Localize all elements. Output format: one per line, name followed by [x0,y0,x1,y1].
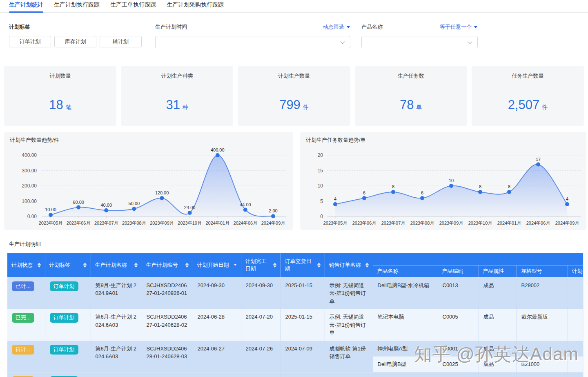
dynamic-filter-link[interactable]: 动态筛选 [323,23,350,31]
plan-detail-title: 生产计划明细 [9,241,588,248]
svg-text:2023年09月: 2023年09月 [150,221,174,225]
svg-text:10: 10 [318,183,323,189]
cell-finish-date: 2024-07-26 [241,341,281,372]
plan-detail-table: 计划状态计划标签生产计划名称生产计划编号计划开始日期计划完工日期订单交货日期销售… [7,253,583,377]
column-header-4[interactable]: 计划开始日期 [193,253,241,277]
cell-product-name: Dell电脑B型 [373,372,438,377]
tab-plan-statistics[interactable]: 生产计划统计 [9,1,43,12]
cell-start-date: 2024-06-27 [193,341,241,372]
svg-text:400.00: 400.00 [22,152,37,158]
cell-delivery-date: 2024-07-09 [281,341,325,372]
svg-text:2023年05月: 2023年05月 [323,221,347,225]
table-row[interactable]: 已完...订单计划第6月-生产计划 2024.6A03SCJHXSDD24062… [7,309,583,341]
cell-start-date: 2024-09-30 [193,277,241,309]
stat-card-plan-count: 计划数量 18笔 [4,66,116,126]
cell-product-code: C0002 [438,372,479,377]
plan-time-select[interactable] [155,36,350,48]
svg-text:15: 15 [318,168,323,174]
column-header-product-2[interactable]: 产品属性 [479,265,517,277]
column-header-product-3[interactable]: 规格型号 [517,265,568,277]
svg-text:2023年09月: 2023年09月 [439,221,463,225]
stat-unit: 单 [416,104,422,110]
cell-product-name: Dell电脑B型-水冷机箱 [373,277,438,309]
stat-title: 任务生产数量 [472,72,584,80]
cell-plan-name: 第6月-生产计划 2024.6A03 [91,309,142,341]
column-header-product-0[interactable]: 产品名称 [373,265,438,277]
tab-plan-purchase-tracking[interactable]: 生产计划采购执行跟踪 [167,1,224,12]
stat-title: 生产任务数 [355,72,467,80]
column-header-2[interactable]: 生产计划名称 [91,253,142,277]
svg-text:8: 8 [479,184,481,189]
svg-text:24.00: 24.00 [184,205,196,210]
caret-down-icon [346,26,350,28]
svg-text:120.00: 120.00 [155,190,169,195]
tab-plan-execution-tracking[interactable]: 生产计划执行跟踪 [54,1,100,12]
chevron-down-icon [468,39,472,44]
cell-finish-date: 2024-07-20 [241,309,281,341]
svg-text:10: 10 [449,178,454,183]
stat-card-task-qty: 任务生产数量 2,507件 [472,66,584,126]
caret-down-icon [474,26,478,28]
column-header-0[interactable]: 计划状态 [7,253,45,277]
column-header-1[interactable]: 计划标签 [45,253,91,277]
tag-filter-order-plan-button[interactable]: 订单计划 [9,36,51,47]
column-header-product-4[interactable]: 计划生产数量 [568,265,583,277]
cell-plan-no: SCJHXSDD240627-01-240926-01 [142,277,193,309]
svg-text:2023年06月: 2023年06月 [67,221,91,225]
svg-text:50.00: 50.00 [129,201,140,206]
cell-plan-status: 已计... [7,277,45,309]
table-vertical-scrollbar[interactable] [583,253,588,377]
cell-sales-order: 示例: 无锡简道云-第1份销售订单 [325,309,373,341]
tag-filter-stock-plan-button[interactable]: 库存计划 [54,36,96,47]
stat-value: 799 [279,98,301,112]
sort-icon [185,263,189,268]
cell-product-code: C0001 [438,341,479,357]
column-header-5[interactable]: 计划完工日期 [241,253,281,277]
status-badge: 待计... [12,345,34,355]
equals-any-filter-link-text: 等于任意一个 [440,23,472,31]
svg-text:6: 6 [421,190,423,195]
dynamic-filter-link-text: 动态筛选 [323,23,344,31]
tag-filter-aux-plan-button[interactable]: 辅计划 [100,36,142,47]
stat-card-plan-qty: 计划生产数量 799件 [238,66,350,126]
cell-product-spec: Z7 [517,341,568,357]
svg-text:6: 6 [363,190,365,195]
equals-any-filter-link[interactable]: 等于任意一个 [440,23,478,31]
cell-finish-date: 2024-09-30 [241,277,281,309]
svg-text:0: 0 [320,214,323,219]
cell-product-spec: B210001 [517,372,568,377]
svg-text:200.00: 200.00 [22,183,37,189]
cell-plan-status: 已完... [7,309,45,341]
column-header-3[interactable]: 生产计划编号 [142,253,193,277]
column-header-7[interactable]: 销售订单名称 [325,253,373,277]
chevron-down-icon [340,39,345,44]
svg-text:60.00: 60.00 [73,200,84,205]
table-row[interactable]: 待计...订单计划第6月-生产计划 2024.6A03SCJHXSDD24062… [7,341,583,357]
cell-sales-order: 成都帆软-第1份销售订单 [325,341,373,372]
charts-row: 计划生产数量趋势/件 0.00100.00200.00300.00400.002… [4,132,586,230]
stat-title: 计划生产种类 [121,72,233,80]
filter-bar: 计划标签 订单计划 库存计划 辅计划 生产计划时间 动态筛选 产品名 [0,23,588,59]
tab-workorder-execution-tracking[interactable]: 生产工单执行跟踪 [110,1,156,12]
cell-product-name: Dell电脑B型 [373,357,438,373]
svg-text:400.00: 400.00 [211,147,225,152]
tag-badge: 订单计划 [50,345,78,355]
table-row[interactable]: 已计...订单计划第9月-生产计划 2024.9A01SCJHXSDD24062… [7,277,583,309]
task-qty-trend-panel: 计划生产任务数量趋势/单 051015202023年05月2023年06月202… [300,132,586,230]
product-name-select[interactable] [361,36,478,48]
table-row[interactable]: 待计...订单计划第6月-生产计划 2024.6A05SCJHXSDD24062… [7,372,583,377]
stat-value: 31 [166,98,180,112]
svg-text:2024年01月: 2024年01月 [205,221,229,225]
svg-text:17: 17 [536,157,541,162]
column-header-6[interactable]: 订单交货日期 [281,253,325,277]
cell-delivery-date: 2025-01-15 [281,309,325,341]
stat-cards: 计划数量 18笔 计划生产种类 31种 计划生产数量 799件 生产任务数 78… [4,66,584,126]
product-name-label: 产品名称 [361,23,383,31]
cell-product-name: 神州电脑A型 [373,341,438,357]
svg-text:5: 5 [320,199,323,204]
svg-text:100.00: 100.00 [22,199,37,204]
svg-text:2024年09月: 2024年09月 [261,221,285,225]
stat-title: 计划生产数量 [238,72,350,80]
column-header-product-1[interactable]: 产品编码 [438,265,479,277]
svg-text:2023年08月: 2023年08月 [410,221,434,225]
